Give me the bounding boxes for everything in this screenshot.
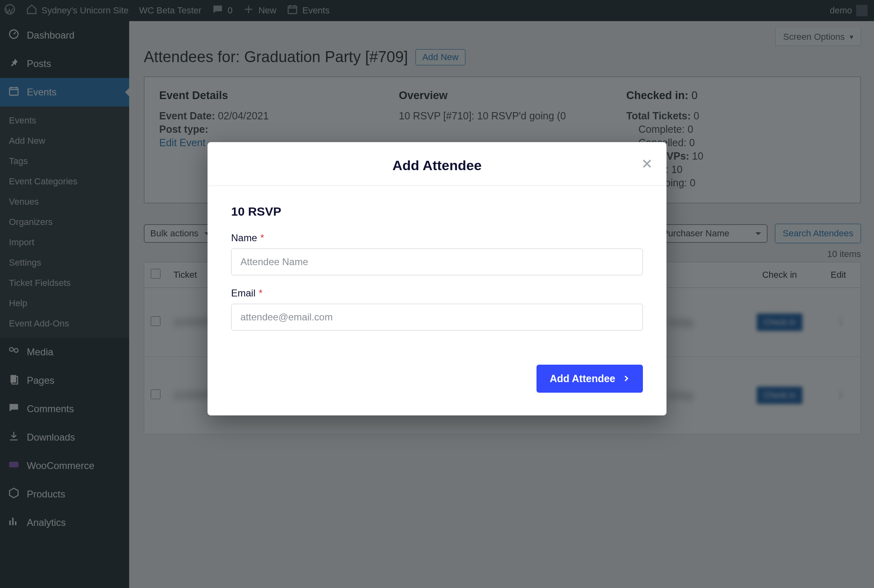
name-label: Name*: [231, 232, 643, 244]
add-attendee-submit-button[interactable]: Add Attendee: [537, 365, 643, 393]
chevron-right-icon: [623, 373, 630, 385]
modal-close-button[interactable]: [640, 157, 654, 171]
modal-title: Add Attendee: [220, 158, 654, 173]
close-icon: [641, 165, 653, 171]
attendee-email-input[interactable]: [231, 304, 643, 331]
email-label: Email*: [231, 288, 643, 299]
attendee-name-input[interactable]: [231, 249, 643, 275]
add-attendee-modal: Add Attendee 10 RSVP Name* Email* Add At…: [208, 142, 666, 415]
modal-section-title: 10 RSVP: [231, 205, 643, 218]
